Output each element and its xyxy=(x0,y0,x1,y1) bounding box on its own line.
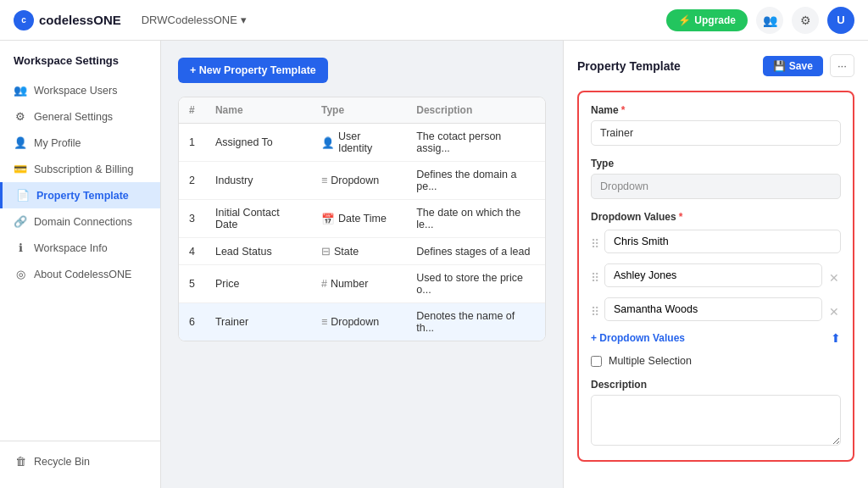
dropdown-value-input-0[interactable] xyxy=(604,230,841,253)
import-icon-button[interactable]: ⬆ xyxy=(831,331,841,345)
sidebar-item-workspace-info[interactable]: ℹ Workspace Info xyxy=(0,235,160,261)
sidebar-item-workspace-users[interactable]: 👥 Workspace Users xyxy=(0,77,160,103)
cell-name: Industry xyxy=(205,162,311,200)
cell-num: 4 xyxy=(179,238,205,265)
sidebar-bottom: 🗑 Recycle Bin xyxy=(0,441,160,474)
table-row[interactable]: 1 Assigned To 👤 User Identity The cotact… xyxy=(179,124,545,162)
cell-description: Denotes the name of th... xyxy=(406,303,545,341)
add-dropdown-label: + Dropdown Values xyxy=(591,332,685,344)
cell-num: 6 xyxy=(179,303,205,341)
property-table: # Name Type Description 1 Assigned To 👤 … xyxy=(178,97,546,341)
cell-type: ≡ Dropdown xyxy=(311,162,406,200)
upgrade-button[interactable]: ⚡ Upgrade xyxy=(666,9,748,31)
cell-num: 1 xyxy=(179,124,205,162)
app-logo: c codelessONE xyxy=(14,10,121,30)
remove-dropdown-item-2-button[interactable]: ✕ xyxy=(827,303,841,320)
sidebar-item-label: About CodelessONE xyxy=(34,269,131,280)
workspace-selector[interactable]: DRWCodelessONE ▾ xyxy=(142,14,247,26)
type-label: Type xyxy=(591,158,841,169)
right-panel: Property Template 💾 Save ··· Name * xyxy=(563,41,868,488)
cell-type: ⊟ State xyxy=(311,238,406,265)
type-icon: # xyxy=(321,278,327,290)
col-description: Description xyxy=(406,97,545,124)
dropdown-required-star: * xyxy=(679,211,683,223)
cell-num: 3 xyxy=(179,200,205,238)
chevron-down-icon: ▾ xyxy=(241,14,247,26)
panel-actions: 💾 Save ··· xyxy=(763,54,854,77)
drag-handle-icon[interactable]: ⠿ xyxy=(591,305,599,319)
cell-description: Defines the domain a pe... xyxy=(406,162,545,200)
cell-num: 2 xyxy=(179,162,205,200)
gear-icon: ⚙ xyxy=(14,110,27,123)
table-row[interactable]: 3 Initial Contact Date 📅 Date Time The d… xyxy=(179,200,545,238)
recycle-bin-icon: 🗑 xyxy=(14,455,27,468)
save-button[interactable]: 💾 Save xyxy=(763,56,823,76)
sidebar-item-domain-connections[interactable]: 🔗 Domain Connections xyxy=(0,208,160,235)
sidebar-item-label: Recycle Bin xyxy=(34,456,90,468)
sidebar-item-my-profile[interactable]: 👤 My Profile xyxy=(0,130,160,156)
drag-handle-icon[interactable]: ⠿ xyxy=(591,271,599,285)
name-group: Name * xyxy=(591,104,841,146)
cell-type: 📅 Date Time xyxy=(311,200,406,238)
name-input[interactable] xyxy=(591,120,841,146)
main-layout: Workspace Settings 👥 Workspace Users ⚙ G… xyxy=(0,41,868,488)
add-dropdown-row: + Dropdown Values ⬆ xyxy=(591,331,841,345)
multiple-selection-checkbox[interactable] xyxy=(591,356,602,367)
cell-name: Initial Contact Date xyxy=(205,200,311,238)
cell-type: 👤 User Identity xyxy=(311,124,406,162)
type-icon: ⊟ xyxy=(321,245,331,258)
panel-header: Property Template 💾 Save ··· xyxy=(577,54,854,77)
cell-description: The date on which the le... xyxy=(406,200,545,238)
top-nav-right: ⚡ Upgrade 👥 ⚙ U xyxy=(666,7,854,34)
avatar-button[interactable]: U xyxy=(827,7,854,34)
settings-nav-button[interactable]: ⚙ xyxy=(792,7,819,34)
cell-description: Used to store the price o... xyxy=(406,265,545,303)
cell-name: Lead Status xyxy=(205,238,311,265)
panel-title: Property Template xyxy=(577,59,681,73)
sidebar-item-recycle-bin[interactable]: 🗑 Recycle Bin xyxy=(0,448,160,474)
type-icon: ≡ xyxy=(321,316,327,328)
billing-icon: 💳 xyxy=(14,163,27,175)
sidebar-item-label: Workspace Info xyxy=(34,242,108,254)
type-input xyxy=(591,174,841,199)
dropdown-item-0: ⠿ xyxy=(591,230,841,258)
table-row[interactable]: 5 Price # Number Used to store the price… xyxy=(179,265,545,303)
new-property-label: + New Property Template xyxy=(190,64,316,76)
sidebar-item-label: My Profile xyxy=(34,137,81,149)
top-nav: c codelessONE DRWCodelessONE ▾ ⚡ Upgrade… xyxy=(0,0,868,41)
cell-name: Trainer xyxy=(205,303,311,341)
description-group: Description xyxy=(591,379,841,448)
type-icon: 📅 xyxy=(321,213,335,225)
table-row[interactable]: 6 Trainer ≡ Dropdown Denotes the name of… xyxy=(179,303,545,341)
type-icon: ≡ xyxy=(321,175,327,186)
logo-text: codelessONE xyxy=(39,13,121,27)
sidebar-item-about-codelessone[interactable]: ◎ About CodelessONE xyxy=(0,261,160,287)
name-label: Name * xyxy=(591,104,841,116)
users-icon: 👥 xyxy=(14,84,27,97)
dropdown-value-input-2[interactable] xyxy=(604,297,822,321)
save-icon: 💾 xyxy=(773,60,786,72)
remove-dropdown-item-1-button[interactable]: ✕ xyxy=(827,269,841,286)
drag-handle-icon[interactable]: ⠿ xyxy=(591,237,599,251)
info-icon: ℹ xyxy=(14,241,27,254)
multiple-selection-label: Multiple Selection xyxy=(609,355,692,367)
users-nav-button[interactable]: 👥 xyxy=(756,7,783,34)
col-name: Name xyxy=(205,97,311,124)
cell-num: 5 xyxy=(179,265,205,303)
sidebar-item-subscription-billing[interactable]: 💳 Subscription & Billing xyxy=(0,156,160,182)
sidebar-item-property-template[interactable]: 📄 Property Template xyxy=(0,182,160,208)
add-dropdown-values-button[interactable]: + Dropdown Values xyxy=(591,332,685,344)
sidebar-item-label: General Settings xyxy=(34,111,113,123)
table-row[interactable]: 4 Lead Status ⊟ State Defines stages of … xyxy=(179,238,545,265)
cell-name: Price xyxy=(205,265,311,303)
cell-description: Defines stages of a lead xyxy=(406,238,545,265)
multiple-selection-row: Multiple Selection xyxy=(591,355,841,367)
new-property-template-button[interactable]: + New Property Template xyxy=(178,58,328,83)
more-options-button[interactable]: ··· xyxy=(830,54,854,77)
dropdown-value-input-1[interactable] xyxy=(604,263,822,287)
save-label: Save xyxy=(789,60,813,72)
sidebar-item-general-settings[interactable]: ⚙ General Settings xyxy=(0,103,160,130)
profile-icon: 👤 xyxy=(14,136,27,149)
table-row[interactable]: 2 Industry ≡ Dropdown Defines the domain… xyxy=(179,162,545,200)
description-textarea[interactable] xyxy=(591,395,841,446)
